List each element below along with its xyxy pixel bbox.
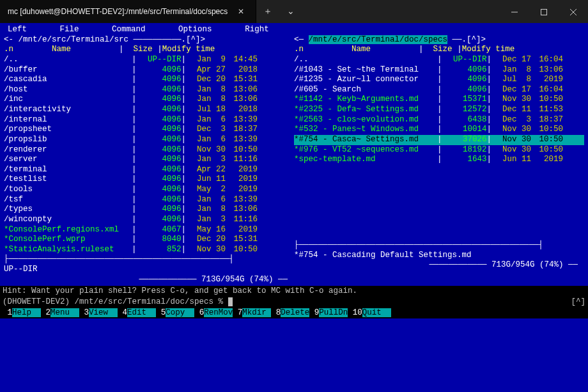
- shell-prompt[interactable]: (DHOWETT-DEV2) /mnt/e/src/Terminal/doc/s…: [0, 297, 588, 308]
- fkey-copy[interactable]: Copy: [166, 308, 194, 317]
- menu-file[interactable]: File: [60, 25, 79, 34]
- list-item[interactable]: *#532 - Panes~t Windows.md|10014|Nov 301…: [294, 125, 584, 135]
- fkey-number: 9: [309, 308, 319, 317]
- fkey-view[interactable]: View: [89, 308, 118, 317]
- right-panel-header: <─ /mnt/e/src/Terminal/doc/specs ──.[^]>: [294, 35, 584, 45]
- list-item[interactable]: *#1142 - Keyb~Arguments.md|15371|Nov 301…: [294, 95, 584, 105]
- left-column-header: .n Name | Size |Modify time: [4, 45, 294, 55]
- list-item[interactable]: /types|4096|Jan 813:06: [4, 205, 294, 215]
- list-item[interactable]: /#1043 - Set ~the Terminal|4096|Jan 813:…: [294, 65, 584, 75]
- right-summary: *#754 - Cascading Default Settings.md: [294, 251, 584, 261]
- function-keys: 1Help 2Menu 3View 4Edit 5Copy 6RenMov 7M…: [0, 308, 588, 319]
- right-path: /mnt/e/src/Terminal/doc/specs: [309, 35, 448, 44]
- menu-options[interactable]: Options: [178, 25, 212, 34]
- minimize-button[interactable]: [500, 0, 529, 23]
- fkey-number: 3: [79, 308, 89, 317]
- fkey-menu[interactable]: Menu: [50, 308, 79, 317]
- list-item[interactable]: /cascadia|4096|Dec 2015:31: [4, 75, 294, 85]
- list-item[interactable]: /testlist|4096|Jun 11 2019: [4, 175, 294, 185]
- fkey-pulldn[interactable]: PullDn: [319, 308, 348, 317]
- list-item[interactable]: /terminal|4096|Apr 22 2019: [4, 165, 294, 175]
- list-item[interactable]: *#976 - VT52 ~sequences.md|18192|Nov 301…: [294, 145, 584, 155]
- list-item[interactable]: /..|UP--DIR|Jan 914:45: [4, 55, 294, 65]
- list-item[interactable]: *ConsolePerf.wprp|8040|Dec 2015:31: [4, 235, 294, 245]
- menu-bar: Left File Command Options Right: [4, 25, 584, 35]
- list-item[interactable]: /#605 - Search|4096|Dec 1716:04: [294, 85, 584, 95]
- fkey-renmov[interactable]: RenMov: [204, 308, 233, 317]
- fkey-number: 7: [233, 308, 242, 317]
- fkey-number: 4: [118, 308, 127, 317]
- left-disk: 713G/954G (74%): [201, 275, 274, 284]
- list-item[interactable]: *#754 - Casca~ Settings.md|37026|Nov 301…: [294, 135, 584, 145]
- list-item[interactable]: /winconpty|4096|Jan 311:16: [4, 215, 294, 225]
- window-titlebar: mc [duhowett@DHOWETT-DEV2]:/mnt/e/src/Te…: [0, 0, 588, 23]
- fkey-number: 8: [271, 308, 281, 317]
- list-item[interactable]: /buffer|4096|Apr 27 2018: [4, 65, 294, 75]
- fkey-number: 5: [156, 308, 166, 317]
- right-disk: 713G/954G (74%): [491, 260, 564, 269]
- close-tab-icon[interactable]: ✕: [234, 6, 248, 18]
- left-path: /mnt/e/src/Terminal/src: [19, 35, 129, 44]
- tab-dropdown-icon[interactable]: ⌄: [279, 6, 302, 17]
- list-item[interactable]: /..|UP--DIR|Dec 1716:04: [294, 55, 584, 65]
- fkey-number: 6: [194, 308, 204, 317]
- list-item[interactable]: /propslib|4096|Jan 613:39: [4, 135, 294, 145]
- list-item[interactable]: *#2563 - clos~evolution.md|6438|Dec 318:…: [294, 115, 584, 125]
- fkey-edit[interactable]: Edit: [127, 308, 156, 317]
- menu-command[interactable]: Command: [112, 25, 146, 34]
- list-item[interactable]: /host|4096|Jan 813:06: [4, 85, 294, 95]
- fkey-number: 1: [3, 308, 12, 317]
- fkey-number: 2: [41, 308, 50, 317]
- list-item[interactable]: /propsheet|4096|Dec 318:37: [4, 125, 294, 135]
- list-item[interactable]: /renderer|4096|Nov 3010:50: [4, 145, 294, 155]
- left-summary: UP--DIR: [4, 265, 294, 275]
- list-item[interactable]: /internal|4096|Jan 613:39: [4, 115, 294, 125]
- fkey-help[interactable]: Help: [12, 308, 41, 317]
- tab-title: mc [duhowett@DHOWETT-DEV2]:/mnt/e/src/Te…: [8, 7, 228, 17]
- list-item[interactable]: /tsf|4096|Jan 613:39: [4, 195, 294, 205]
- list-item[interactable]: /server|4096|Jan 311:16: [4, 155, 294, 165]
- list-item[interactable]: /tools|4096|May 2 2019: [4, 185, 294, 195]
- maximize-button[interactable]: [529, 0, 559, 23]
- list-item[interactable]: *StaticAnalysis.ruleset|852|Nov 3010:50: [4, 245, 294, 255]
- left-panel[interactable]: <- /mnt/e/src/Terminal/src ──────────.[^…: [4, 35, 294, 285]
- svg-rect-1: [541, 9, 547, 15]
- fkey-mkdir[interactable]: Mkdir: [242, 308, 271, 317]
- list-item[interactable]: *spec-template.md|1643|Jun 11 2019: [294, 155, 584, 165]
- new-tab-button[interactable]: ＋: [256, 6, 279, 17]
- fkey-delete[interactable]: Delete: [281, 308, 309, 317]
- menu-right[interactable]: Right: [245, 25, 269, 34]
- menu-left[interactable]: Left: [8, 25, 27, 34]
- list-item[interactable]: /inc|4096|Jan 813:06: [4, 95, 294, 105]
- close-window-button[interactable]: [559, 0, 588, 23]
- list-item[interactable]: /interactivity|4096|Jul 18 2018: [4, 105, 294, 115]
- terminal-tab[interactable]: mc [duhowett@DHOWETT-DEV2]:/mnt/e/src/Te…: [0, 0, 256, 23]
- hint-line: Hint: Want your plain shell? Press C-o, …: [0, 286, 588, 297]
- left-panel-header: <- /mnt/e/src/Terminal/src ──────────.[^…: [4, 35, 294, 45]
- right-panel[interactable]: <─ /mnt/e/src/Terminal/doc/specs ──.[^]>…: [294, 35, 584, 285]
- list-item[interactable]: *#2325 - Defa~ Settings.md|12572|Dec 111…: [294, 105, 584, 115]
- right-column-header: .n Name | Size |Modify time: [294, 45, 584, 55]
- list-item[interactable]: *ConsolePerf.regions.xml|4067|May 16 201…: [4, 225, 294, 235]
- mc-app: Left File Command Options Right <- /mnt/…: [0, 23, 588, 392]
- fkey-number: 10: [348, 308, 362, 317]
- list-item[interactable]: /#1235 - Azur~ll connector|4096|Jul 8 20…: [294, 75, 584, 85]
- fkey-quit[interactable]: Quit: [362, 308, 391, 317]
